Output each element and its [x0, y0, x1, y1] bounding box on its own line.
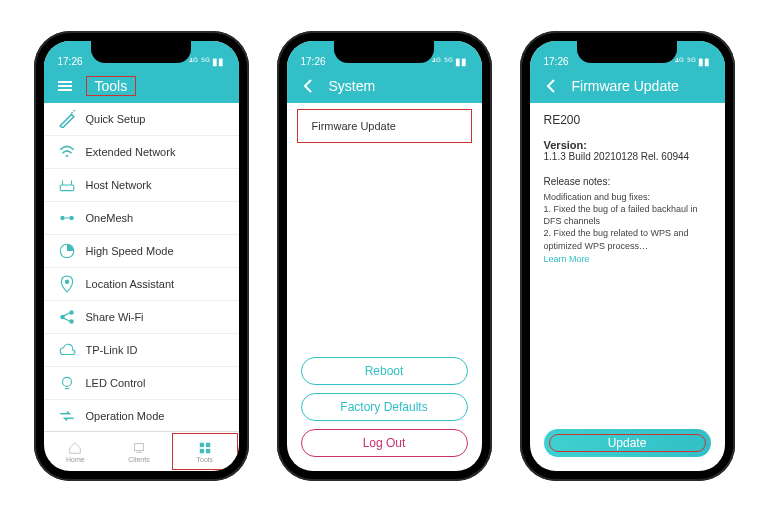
speed-icon [58, 243, 76, 259]
list-item-quick-setup[interactable]: Quick Setup [44, 103, 239, 136]
notch [334, 41, 434, 63]
list-item-label: Share Wi-Fi [86, 311, 144, 323]
phone-firmware: 17:26 ⁴ᴳ ⁵ᴳ ▮▮ Firmware Update RE200 Ver… [520, 31, 735, 481]
svg-rect-13 [199, 448, 203, 452]
page-title: Tools [86, 76, 137, 96]
clients-icon [132, 441, 146, 455]
mode-icon [58, 408, 76, 424]
list-item-tplink-id[interactable]: TP-Link ID [44, 334, 239, 367]
list-item-label: High Speed Mode [86, 245, 174, 257]
cloud-icon [58, 342, 76, 358]
release-notes-label: Release notes: [544, 176, 711, 187]
list-item-label: Host Network [86, 179, 152, 191]
list-item-label: Location Assistant [86, 278, 175, 290]
notch [577, 41, 677, 63]
tab-label: Tools [197, 456, 213, 463]
list-item-label: Extended Network [86, 146, 176, 158]
bottom-tabs: Home Clients Tools [44, 431, 239, 471]
mesh-icon [58, 210, 76, 226]
release-notes: Modification and bug fixes: 1. Fixed the… [544, 191, 711, 252]
svg-point-1 [60, 216, 65, 221]
list-item-share-wifi[interactable]: Share Wi-Fi [44, 301, 239, 334]
logout-button[interactable]: Log Out [301, 429, 468, 457]
phone-system: 17:26 ⁴ᴳ ⁵ᴳ ▮▮ System Firmware Update Re… [277, 31, 492, 481]
reboot-button[interactable]: Reboot [301, 357, 468, 385]
button-label: Factory Defaults [340, 400, 427, 414]
version-value: 1.1.3 Build 20210128 Rel. 60944 [544, 151, 711, 162]
release-note-1: 1. Fixed the bug of a failed backhaul in… [544, 203, 711, 227]
header-firmware: Firmware Update [530, 69, 725, 103]
list-item-label: Operation Mode [86, 410, 165, 422]
notes-heading: Modification and bug fixes: [544, 191, 711, 203]
button-label: Update [608, 436, 647, 450]
led-icon [58, 375, 76, 391]
button-label: Reboot [365, 364, 404, 378]
status-indicators: ⁴ᴳ ⁵ᴳ ▮▮ [189, 56, 225, 67]
svg-point-2 [69, 216, 74, 221]
status-indicators: ⁴ᴳ ⁵ᴳ ▮▮ [432, 56, 468, 67]
svg-rect-11 [199, 442, 203, 446]
home-icon [68, 441, 82, 455]
share-icon [58, 309, 76, 325]
page-title: System [329, 78, 376, 94]
list-item-host-network[interactable]: Host Network [44, 169, 239, 202]
list-item-high-speed[interactable]: High Speed Mode [44, 235, 239, 268]
list-item-label: Quick Setup [86, 113, 146, 125]
version-label: Version: [544, 139, 711, 151]
svg-rect-10 [135, 443, 144, 450]
header-tools: Tools [44, 69, 239, 103]
svg-point-4 [64, 280, 69, 285]
svg-rect-14 [206, 448, 210, 452]
hamburger-icon[interactable] [56, 77, 74, 95]
status-indicators: ⁴ᴳ ⁵ᴳ ▮▮ [675, 56, 711, 67]
tab-home[interactable]: Home [44, 432, 108, 471]
list-item-onemesh[interactable]: OneMesh [44, 202, 239, 235]
header-system: System [287, 69, 482, 103]
list-item-label: OneMesh [86, 212, 134, 224]
tools-icon [198, 441, 212, 455]
release-note-2: 2. Fixed the bug related to WPS and opti… [544, 227, 711, 251]
page-title: Firmware Update [572, 78, 679, 94]
list-item-label: Firmware Update [312, 120, 396, 132]
list-item-label: LED Control [86, 377, 146, 389]
button-label: Log Out [363, 436, 406, 450]
svg-rect-12 [206, 442, 210, 446]
wifi-icon [58, 144, 76, 160]
learn-more-link[interactable]: Learn More [544, 254, 711, 264]
firmware-body: RE200 Version: 1.1.3 Build 20210128 Rel.… [530, 103, 725, 425]
factory-defaults-button[interactable]: Factory Defaults [301, 393, 468, 421]
update-button[interactable]: Update [544, 429, 711, 457]
svg-point-8 [62, 377, 71, 386]
tab-label: Clients [128, 456, 149, 463]
svg-rect-0 [60, 185, 74, 191]
status-time: 17:26 [301, 56, 326, 67]
list-item-label: TP-Link ID [86, 344, 138, 356]
router-icon [58, 177, 76, 193]
device-name: RE200 [544, 113, 711, 127]
wand-icon [58, 111, 76, 127]
list-item-firmware-update[interactable]: Firmware Update [297, 109, 472, 143]
back-icon[interactable] [542, 77, 560, 95]
list-item-operation-mode[interactable]: Operation Mode [44, 400, 239, 431]
tools-list: Quick Setup Extended Network Host Networ… [44, 103, 239, 431]
list-item-led-control[interactable]: LED Control [44, 367, 239, 400]
notch [91, 41, 191, 63]
status-time: 17:26 [58, 56, 83, 67]
status-time: 17:26 [544, 56, 569, 67]
tab-clients[interactable]: Clients [107, 432, 171, 471]
tab-label: Home [66, 456, 85, 463]
tab-tools[interactable]: Tools [172, 433, 238, 470]
phone-tools: 17:26 ⁴ᴳ ⁵ᴳ ▮▮ Tools Quick Setup Extende… [34, 31, 249, 481]
back-icon[interactable] [299, 77, 317, 95]
list-item-extended-network[interactable]: Extended Network [44, 136, 239, 169]
list-item-location-assist[interactable]: Location Assistant [44, 268, 239, 301]
location-icon [58, 276, 76, 292]
